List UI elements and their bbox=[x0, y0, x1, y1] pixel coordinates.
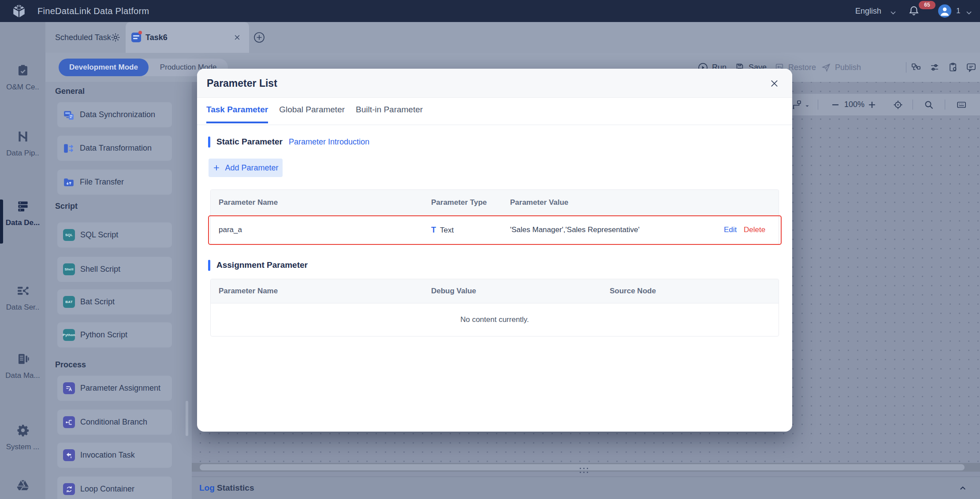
drive-triangle-icon[interactable] bbox=[16, 478, 30, 492]
zoombar-divider bbox=[945, 100, 945, 110]
language-selector[interactable]: English bbox=[855, 0, 881, 22]
col-source-node: Source Node bbox=[610, 279, 656, 303]
publish-button[interactable]: Publish bbox=[821, 53, 861, 82]
task-flow-icon[interactable] bbox=[911, 62, 921, 73]
tab-built-in-parameter[interactable]: Built-in Parameter bbox=[356, 98, 423, 123]
conditional-branch-icon bbox=[63, 416, 75, 428]
zoom-in-icon[interactable] bbox=[867, 100, 877, 110]
bottom-log-panel: Log Statistics bbox=[192, 477, 980, 499]
file-transfer-icon bbox=[63, 177, 75, 188]
node-label: Shell Script bbox=[80, 265, 120, 274]
delete-link[interactable]: Delete bbox=[744, 216, 765, 244]
active-indicator bbox=[0, 200, 3, 244]
data-management-icon bbox=[16, 352, 30, 366]
parameter-list-dialog: Parameter List Task Parameter Global Par… bbox=[197, 69, 792, 432]
panel-resize-handle[interactable] bbox=[580, 467, 589, 476]
notification-bell-icon[interactable] bbox=[908, 5, 920, 18]
sql-script-icon: SQL bbox=[63, 229, 75, 241]
assignment-parameter-section-header: Assignment Parameter bbox=[208, 259, 308, 271]
tab-log[interactable]: Log bbox=[199, 477, 215, 499]
om-center-icon bbox=[16, 64, 30, 77]
add-tab-button[interactable] bbox=[253, 32, 265, 43]
tab-statistics[interactable]: Statistics bbox=[217, 477, 254, 499]
assignment-parameter-table: Parameter Name Debug Value Source Node N… bbox=[210, 279, 779, 336]
app-header: FineDataLink Data Platform English 65 1 bbox=[0, 0, 980, 22]
toolbar-divider bbox=[906, 62, 906, 73]
node-loop-container[interactable]: Loop Container bbox=[57, 477, 172, 499]
palette-scrollbar[interactable] bbox=[186, 401, 188, 436]
node-parameter-assignment[interactable]: Parameter Assignment bbox=[57, 376, 172, 401]
user-avatar[interactable] bbox=[938, 4, 951, 18]
canvas-zoom-toolbar: 100% bbox=[788, 94, 980, 115]
locate-center-icon[interactable] bbox=[893, 100, 903, 110]
static-parameter-table: Parameter Name Parameter Type Parameter … bbox=[210, 189, 779, 244]
data-development-icon bbox=[16, 200, 30, 213]
node-label: Data Transformation bbox=[80, 144, 152, 153]
zoombar-divider bbox=[913, 100, 913, 110]
node-file-transfer[interactable]: File Transfer bbox=[57, 170, 172, 195]
restore-label: Restore bbox=[788, 63, 816, 72]
sidebar-label: Data Ser.. bbox=[0, 303, 45, 312]
sidebar-item-data-service[interactable]: Data Ser.. bbox=[0, 284, 45, 328]
expand-panel-chevron-up-icon[interactable] bbox=[958, 484, 968, 492]
static-parameter-title: Static Parameter bbox=[216, 137, 283, 147]
comments-icon[interactable] bbox=[966, 62, 976, 73]
language-chevron-down-icon[interactable] bbox=[889, 8, 898, 17]
user-chevron-down-icon[interactable] bbox=[965, 8, 973, 17]
col-parameter-name: Parameter Name bbox=[219, 190, 278, 215]
python-script-icon: Python bbox=[63, 329, 75, 341]
zoom-out-icon[interactable] bbox=[830, 100, 841, 110]
sidebar-item-data-pipeline[interactable]: Data Pip.. bbox=[0, 130, 45, 174]
add-parameter-button[interactable]: Add Parameter bbox=[209, 159, 283, 177]
parameter-tabs: Task Parameter Global Parameter Built-in… bbox=[206, 98, 423, 123]
sidebar-label: System ... bbox=[0, 443, 45, 451]
zoom-level: 100% bbox=[844, 94, 864, 115]
node-python-script[interactable]: Python Python Script bbox=[57, 322, 172, 347]
tab-task6[interactable]: Task6 bbox=[126, 22, 249, 53]
close-tab-icon[interactable] bbox=[234, 34, 241, 41]
node-sql-script[interactable]: SQL SQL Script bbox=[57, 222, 172, 248]
sidebar-item-system-management[interactable]: System ... bbox=[0, 424, 45, 468]
assignment-parameter-title: Assignment Parameter bbox=[216, 260, 308, 270]
scheduled-task-label[interactable]: Scheduled Task bbox=[55, 22, 111, 53]
search-icon[interactable] bbox=[924, 100, 934, 110]
edit-link[interactable]: Edit bbox=[724, 216, 737, 244]
section-accent-bar bbox=[208, 137, 210, 148]
data-synchronization-icon bbox=[63, 109, 75, 121]
node-shell-script[interactable]: Shell Shell Script bbox=[57, 257, 172, 282]
data-service-icon bbox=[16, 284, 30, 297]
module-sidebar: O&M Ce.. Data Pip.. Data De... Data Ser.… bbox=[0, 22, 45, 499]
node-label: Bat Script bbox=[80, 297, 115, 307]
shortcut-keys-icon[interactable] bbox=[956, 100, 967, 110]
auto-layout-icon[interactable] bbox=[792, 100, 802, 110]
node-data-synchronization[interactable]: Data Synchronization bbox=[57, 102, 172, 127]
close-dialog-icon[interactable] bbox=[770, 79, 779, 88]
node-data-transformation[interactable]: Data Transformation bbox=[57, 136, 172, 161]
node-invocation-task[interactable]: Invocation Task bbox=[57, 443, 172, 468]
tab-task-parameter[interactable]: Task Parameter bbox=[206, 98, 268, 123]
task-attribute-clipboard-gear-icon[interactable] bbox=[948, 62, 958, 73]
col-parameter-name: Parameter Name bbox=[219, 279, 278, 303]
node-label: Python Script bbox=[80, 330, 127, 340]
plus-icon bbox=[212, 164, 220, 172]
sidebar-item-data-management[interactable]: Data Ma... bbox=[0, 352, 45, 396]
development-mode-button[interactable]: Development Mode bbox=[59, 59, 149, 76]
node-label: Invocation Task bbox=[80, 451, 135, 460]
sidebar-item-data-development[interactable]: Data De... bbox=[0, 200, 45, 244]
bat-script-icon: BAT bbox=[63, 296, 75, 308]
data-pipeline-icon bbox=[16, 130, 30, 143]
section-accent-bar bbox=[208, 260, 210, 271]
parameter-introduction-link[interactable]: Parameter Introduction bbox=[289, 137, 369, 147]
node-palette: General Data Synchronization Data Transf… bbox=[45, 82, 192, 499]
task-settings-gear-icon[interactable] bbox=[110, 32, 121, 43]
tab-task6-label: Task6 bbox=[145, 22, 168, 53]
tab-global-parameter[interactable]: Global Parameter bbox=[279, 98, 345, 123]
node-conditional-branch[interactable]: Conditional Branch bbox=[57, 410, 172, 435]
tabs-divider bbox=[197, 125, 792, 125]
layout-caret-down-icon[interactable] bbox=[804, 103, 810, 109]
dialog-title: Parameter List bbox=[207, 69, 277, 98]
node-bat-script[interactable]: BAT Bat Script bbox=[57, 289, 172, 314]
sidebar-item-om-center[interactable]: O&M Ce.. bbox=[0, 64, 45, 108]
task-settings-sliders-icon[interactable] bbox=[929, 62, 940, 73]
parameter-name-value: para_a bbox=[219, 216, 242, 244]
